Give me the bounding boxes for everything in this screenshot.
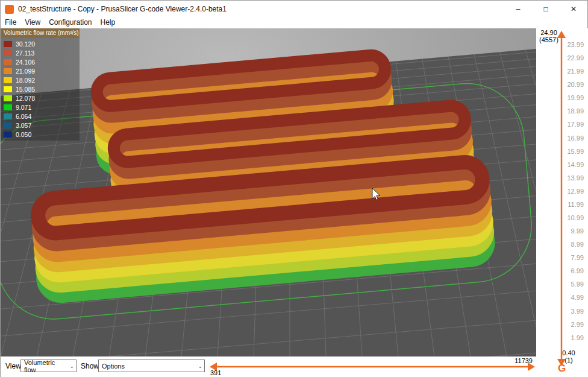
layer-tick-label: 10.99 [567,214,584,221]
layer-tick-label: 2.99 [571,321,584,328]
legend-value: 9.071 [16,104,31,111]
layer-tick-label: 8.99 [571,241,584,248]
layer-tick-label: 7.99 [571,254,584,261]
layer-tick-label: 21.99 [567,68,584,75]
layer-tick-label: 3.99 [571,308,584,315]
legend-color-swatch [4,77,12,83]
chevron-down-icon: ⌄ [195,363,202,369]
show-options-value: Options [102,363,125,370]
move-range-slider[interactable] [208,356,536,377]
move-slider-min: 391 [210,369,221,376]
legend-item: 0.050 [1,130,80,139]
legend-value: 30.120 [16,40,35,48]
maximize-button[interactable]: □ [532,1,560,17]
layer-tick-label: 15.99 [567,148,584,155]
view-type-value: Volumetric flow [24,359,67,373]
legend-item: 6.064 [1,112,80,121]
legend-value: 21.099 [16,68,35,75]
window-controls: – □ ✕ [504,1,587,17]
layer-tick-label: 20.99 [567,81,584,88]
legend-value: 24.106 [16,59,35,66]
layer-tick-label: 6.99 [571,267,584,274]
view-label: View [5,362,21,370]
bottom-bar: View Volumetric flow ⌄ Show Options ⌄ 11… [1,356,536,377]
legend-color-swatch [4,104,12,110]
legend-value: 3.057 [16,122,31,129]
titlebar: 02_testStructure - Copy - PrusaSlicer G-… [1,1,587,17]
legend-value: 6.064 [16,113,31,120]
legend-value: 15.085 [16,86,35,93]
view-type-select[interactable]: Volumetric flow ⌄ [20,360,77,372]
legend-color-swatch [4,95,12,101]
layer-tick-label: 22.99 [567,54,584,62]
layer-tick-label: 16.99 [567,135,584,142]
legend-value: 0.050 [16,131,31,138]
gcode-viewer-logo: G [558,363,566,375]
legend-item: 3.057 [1,121,80,130]
legend-value: 12.078 [16,95,35,102]
layer-bottom-label: 0.40 (1) [555,349,582,364]
legend-color-swatch [4,86,12,92]
legend-item: 30.120 [1,39,80,48]
legend-item: 15.085 [1,84,80,93]
legend-color-swatch [4,122,12,128]
slider-arrow-right-icon[interactable] [528,363,535,371]
layer-bottom-value: 0.40 [555,349,582,356]
layer-tick-label: 11.99 [568,201,584,208]
legend-color-swatch [4,41,12,47]
show-options-select[interactable]: Options ⌄ [98,360,205,372]
legend-item: 27.113 [1,48,80,57]
legend-title: Volumetric flow rate (mm³/s) [1,28,80,38]
layer-tick-label: 14.99 [567,161,584,168]
chevron-down-icon: ⌄ [67,363,74,369]
legend-value: 18.092 [16,77,35,84]
legend-color-swatch [4,59,12,65]
layer-tick-label: 17.99 [567,121,584,128]
viewport-3d[interactable] [1,28,536,356]
layer-tick-label: 12.99 [567,188,584,195]
legend-item: 21.099 [1,66,80,75]
layer-tick-label: 5.99 [571,280,584,288]
layer-range-slider[interactable] [554,30,569,367]
show-label: Show [81,362,99,370]
menu-item-file[interactable]: File [1,17,20,28]
legend-item: 9.071 [1,103,80,112]
layer-tick-labels: 23.9922.9921.9920.9919.9918.9917.9916.99… [567,41,584,341]
layer-tick-label: 23.99 [567,41,584,48]
legend-item: 24.106 [1,57,80,66]
close-button[interactable]: ✕ [560,1,587,17]
layer-slider-panel: 24.90 (4557) 23.9922.9921.9920.9919.9918… [536,28,588,377]
menubar: FileViewConfigurationHelp [1,17,587,28]
legend-panel: Volumetric flow rate (mm³/s) 30.12027.11… [1,28,80,141]
app-icon [5,5,14,14]
window-title: 02_testStructure - Copy - PrusaSlicer G-… [18,5,227,13]
legend-value: 27.113 [16,49,34,57]
menu-item-view[interactable]: View [20,17,45,28]
menu-item-configuration[interactable]: Configuration [45,17,96,28]
layer-tick-label: 13.99 [567,174,584,182]
viewport: Volumetric flow rate (mm³/s) 30.12027.11… [1,28,536,356]
layer-tick-label: 9.99 [571,227,584,235]
legend-color-swatch [4,131,12,138]
legend-color-swatch [4,68,12,74]
layer-tick-label: 1.99 [571,334,584,341]
minimize-button[interactable]: – [504,1,532,17]
legend-item: 12.078 [1,93,80,103]
layer-tick-label: 19.99 [567,94,584,101]
legend-color-swatch [4,50,12,56]
menu-item-help[interactable]: Help [96,17,120,28]
legend-item: 18.092 [1,75,80,84]
layer-tick-label: 4.99 [571,294,584,301]
legend-items: 30.12027.11324.10621.09918.09215.08512.0… [1,38,80,141]
layer-tick-label: 18.99 [567,107,584,115]
slider-arrow-up-icon[interactable] [557,31,566,38]
app-window: 02_testStructure - Copy - PrusaSlicer G-… [0,0,588,377]
legend-color-swatch [4,113,12,119]
